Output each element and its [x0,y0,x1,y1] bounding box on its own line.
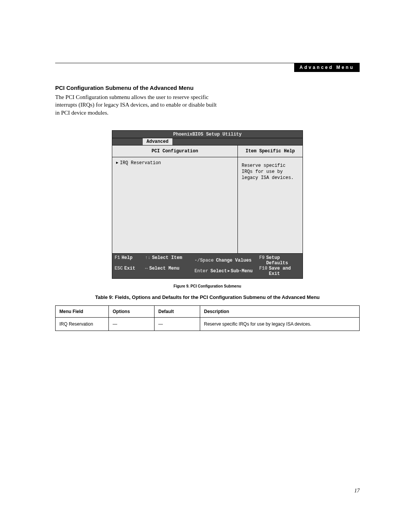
figure-caption: Figure 9. PCI Configuration Submenu [55,284,360,288]
label-change-values: Change Values [216,258,252,263]
bios-screenshot: PhoenixBIOS Setup Utility Advanced PCI C… [112,130,303,279]
triangle-right-icon: ▶ [116,161,118,165]
bios-right-heading: Item Specific Help [238,145,303,157]
page-number: 17 [354,488,360,494]
cell-description: Reserve specific IRQs for use by legacy … [200,317,360,331]
bios-footer: F1Help ↑↓Select Item -/SpaceChange Value… [112,254,303,278]
header-rule: Advanced Menu [55,63,360,72]
section-heading: PCI Configuration Submenu of the Advance… [55,85,360,91]
header-badge: Advanced Menu [294,63,360,72]
bios-tab-advanced: Advanced [143,138,172,145]
key-f1: F1 [115,255,120,266]
table-header-row: Menu Field Options Default Description [56,305,360,317]
cell-options: — [109,317,155,331]
bios-right-panel: Item Specific Help Reserve specific IRQs… [238,145,303,253]
bios-left-heading: PCI Configuration [112,145,237,157]
key-esc: ESC [115,266,123,276]
th-menu-field: Menu Field [56,305,109,317]
bios-title: PhoenixBIOS Setup Utility [112,131,303,138]
th-description: Description [200,305,360,317]
bios-help-text: Reserve specific IRQs for use by legacy … [238,157,303,253]
bios-left-panel: PCI Configuration ▶ IRQ Reservation [112,145,238,253]
triangle-right-icon: ▶ [228,269,230,273]
key-enter: Enter [194,268,208,274]
label-sub-menu: Sub-Menu [231,268,253,274]
th-options: Options [109,305,155,317]
key-leftright: ↔ [145,266,148,276]
th-default: Default [155,305,200,317]
key-f9: F9 [259,255,264,266]
label-select-menu: Select Menu [149,266,179,276]
table-row: IRQ Reservation — — Reserve specific IRQ… [56,317,360,331]
bios-tab-bar: Advanced [112,138,303,145]
key-updown: ↑↓ [145,255,150,266]
key-f10: F10 [259,266,268,276]
table-title: Table 9: Fields, Options and Defaults fo… [55,294,360,300]
label-save-exit: Save and Exit [269,266,300,276]
options-table: Menu Field Options Default Description I… [55,305,360,331]
label-setup-defaults: Setup Defaults [266,255,300,266]
cell-menu-field: IRQ Reservation [56,317,109,331]
cell-default: — [155,317,200,331]
label-select-item: Select Item [152,255,182,266]
label-exit: Exit [124,266,135,276]
label-select: Select [210,268,227,274]
section-body: The PCI Configuration submenu allows the… [55,93,219,117]
key-space: -/Space [194,258,213,263]
bios-menu-item-label: IRQ Reservation [120,160,161,166]
bios-menu-item-irq: ▶ IRQ Reservation [116,160,234,166]
label-help: Help [121,255,132,266]
